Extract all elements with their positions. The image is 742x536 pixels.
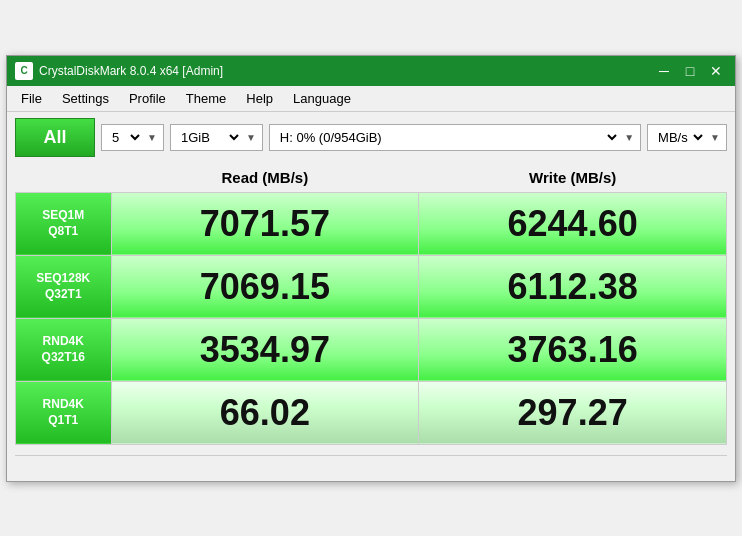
write-value-2: 3763.16: [419, 318, 727, 381]
count-select[interactable]: 1 3 5 10: [108, 129, 143, 146]
menu-help[interactable]: Help: [236, 88, 283, 109]
write-value-0: 6244.60: [419, 192, 727, 255]
menu-language[interactable]: Language: [283, 88, 361, 109]
size-selector[interactable]: 512MiB 1GiB 2GiB 4GiB ▼: [170, 124, 263, 151]
col-write-header: Write (MB/s): [419, 163, 727, 193]
results-table: Read (MB/s) Write (MB/s) SEQ1MQ8T17071.5…: [15, 163, 727, 445]
row-label-2: RND4KQ32T16: [16, 318, 112, 381]
drive-chevron-icon: ▼: [624, 132, 634, 143]
table-row: RND4KQ32T163534.973763.16: [16, 318, 727, 381]
window-title: CrystalDiskMark 8.0.4 x64 [Admin]: [39, 64, 653, 78]
count-selector[interactable]: 1 3 5 10 ▼: [101, 124, 164, 151]
unit-selector[interactable]: MB/s GB/s IOPS μs ▼: [647, 124, 727, 151]
row-label-0: SEQ1MQ8T1: [16, 192, 112, 255]
menu-file[interactable]: File: [11, 88, 52, 109]
table-row: RND4KQ1T166.02297.27: [16, 381, 727, 444]
read-value-3: 66.02: [111, 381, 419, 444]
menu-bar: File Settings Profile Theme Help Languag…: [7, 86, 735, 112]
status-bar: [15, 455, 727, 477]
col-empty: [16, 163, 112, 193]
write-value-3: 297.27: [419, 381, 727, 444]
toolbar: All 1 3 5 10 ▼ 512MiB 1GiB 2GiB 4GiB ▼ H…: [7, 112, 735, 163]
drive-select[interactable]: H: 0% (0/954GiB): [276, 129, 620, 146]
size-select[interactable]: 512MiB 1GiB 2GiB 4GiB: [177, 129, 242, 146]
menu-profile[interactable]: Profile: [119, 88, 176, 109]
title-bar: C CrystalDiskMark 8.0.4 x64 [Admin] ─ □ …: [7, 56, 735, 86]
all-button[interactable]: All: [15, 118, 95, 157]
write-value-1: 6112.38: [419, 255, 727, 318]
read-value-0: 7071.57: [111, 192, 419, 255]
unit-select[interactable]: MB/s GB/s IOPS μs: [654, 129, 706, 146]
size-chevron-icon: ▼: [246, 132, 256, 143]
close-button[interactable]: ✕: [705, 62, 727, 80]
window-controls: ─ □ ✕: [653, 62, 727, 80]
unit-chevron-icon: ▼: [710, 132, 720, 143]
minimize-button[interactable]: ─: [653, 62, 675, 80]
main-window: C CrystalDiskMark 8.0.4 x64 [Admin] ─ □ …: [6, 55, 736, 482]
table-row: SEQ128KQ32T17069.156112.38: [16, 255, 727, 318]
row-label-1: SEQ128KQ32T1: [16, 255, 112, 318]
read-value-1: 7069.15: [111, 255, 419, 318]
row-label-3: RND4KQ1T1: [16, 381, 112, 444]
results-content: Read (MB/s) Write (MB/s) SEQ1MQ8T17071.5…: [7, 163, 735, 451]
count-chevron-icon: ▼: [147, 132, 157, 143]
table-row: SEQ1MQ8T17071.576244.60: [16, 192, 727, 255]
menu-settings[interactable]: Settings: [52, 88, 119, 109]
menu-theme[interactable]: Theme: [176, 88, 236, 109]
drive-selector[interactable]: H: 0% (0/954GiB) ▼: [269, 124, 641, 151]
read-value-2: 3534.97: [111, 318, 419, 381]
col-read-header: Read (MB/s): [111, 163, 419, 193]
maximize-button[interactable]: □: [679, 62, 701, 80]
app-icon: C: [15, 62, 33, 80]
